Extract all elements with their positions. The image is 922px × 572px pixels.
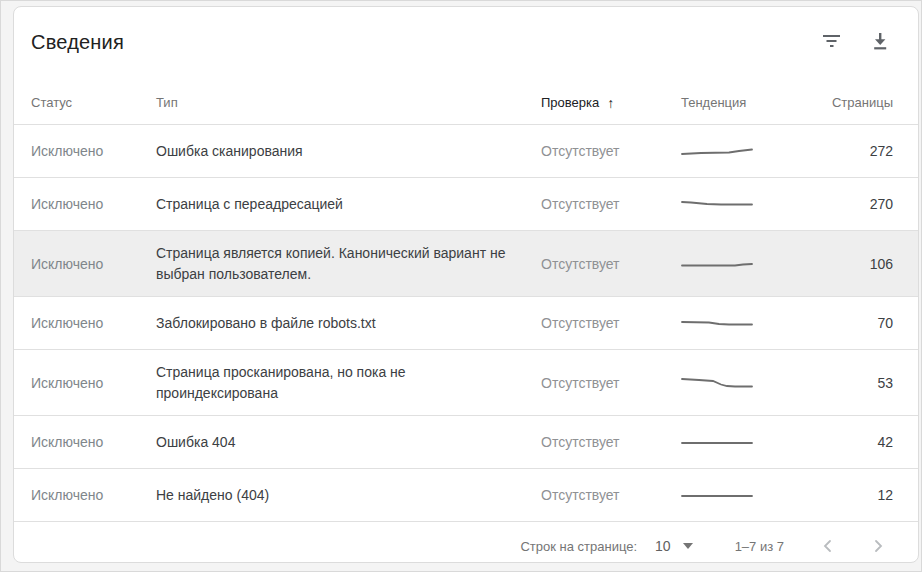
table-row[interactable]: Исключено Ошибка сканирования Отсутствуе… [14,125,918,178]
pagination-range: 1–7 из 7 [735,539,784,554]
dropdown-arrow-icon[interactable] [683,543,693,549]
next-page-icon[interactable] [868,536,888,556]
trend-sparkline [681,144,831,158]
validation-cell: Отсутствует [541,196,681,212]
column-header-pages[interactable]: Страницы [831,95,893,110]
sort-ascending-icon: ↑ [607,95,614,111]
column-header-status[interactable]: Статус [31,95,156,110]
table-row[interactable]: Исключено Не найдено (404) Отсутствует 1… [14,469,918,522]
trend-sparkline [681,488,831,502]
card-header: Сведения [14,7,918,81]
status-cell: Исключено [31,375,156,391]
status-cell: Исключено [31,487,156,503]
filter-icon[interactable] [822,31,842,51]
trend-sparkline [681,435,831,449]
validation-cell: Отсутствует [541,256,681,272]
type-cell: Страница с переадресацией [156,194,541,215]
page: Сведения Ст [0,0,922,572]
pages-cell: 106 [831,256,893,272]
type-cell: Не найдено (404) [156,485,541,506]
table-row[interactable]: Исключено Заблокировано в файле robots.t… [14,297,918,350]
table-footer: Строк на странице: 10 1–7 из 7 [14,522,918,563]
type-cell: Ошибка 404 [156,432,541,453]
column-header-trend[interactable]: Тенденция [681,95,831,110]
type-cell: Ошибка сканирования [156,141,541,162]
status-cell: Исключено [31,196,156,212]
status-cell: Исключено [31,315,156,331]
validation-cell: Отсутствует [541,143,681,159]
trend-sparkline [681,197,831,211]
validation-cell: Отсутствует [541,434,681,450]
trend-sparkline [681,257,831,271]
pages-cell: 270 [831,196,893,212]
column-header-type[interactable]: Тип [156,95,541,110]
validation-cell: Отсутствует [541,315,681,331]
trend-sparkline [681,316,831,330]
status-cell: Исключено [31,256,156,272]
validation-cell: Отсутствует [541,487,681,503]
table-row[interactable]: Исключено Страница просканирована, но по… [14,350,918,416]
pages-cell: 53 [831,375,893,391]
pagination-controls [818,536,888,556]
column-header-validation[interactable]: Проверка ↑ [541,95,681,111]
details-card: Сведения Ст [13,6,919,563]
type-cell: Заблокировано в файле robots.txt [156,313,541,334]
table-row[interactable]: Исключено Страница является копией. Кано… [14,231,918,297]
rows-per-page-label: Строк на странице: [520,539,637,554]
status-cell: Исключено [31,143,156,159]
type-cell: Страница просканирована, но пока не прои… [156,362,541,404]
trend-sparkline [681,376,831,390]
pages-cell: 272 [831,143,893,159]
rows-per-page-select[interactable]: 10 [655,538,671,554]
pages-cell: 42 [831,434,893,450]
table-body: Исключено Ошибка сканирования Отсутствуе… [14,125,918,522]
status-cell: Исключено [31,434,156,450]
table-header-row: Статус Тип Проверка ↑ Тенденция Страницы [14,81,918,125]
type-cell: Страница является копией. Канонический в… [156,243,541,285]
pages-cell: 12 [831,487,893,503]
table-row[interactable]: Исключено Страница с переадресацией Отсу… [14,178,918,231]
validation-cell: Отсутствует [541,375,681,391]
table-row[interactable]: Исключено Ошибка 404 Отсутствует 42 [14,416,918,469]
pages-cell: 70 [831,315,893,331]
page-title: Сведения [31,31,124,54]
previous-page-icon[interactable] [818,536,838,556]
download-icon[interactable] [870,31,890,51]
toolbar [822,31,890,51]
